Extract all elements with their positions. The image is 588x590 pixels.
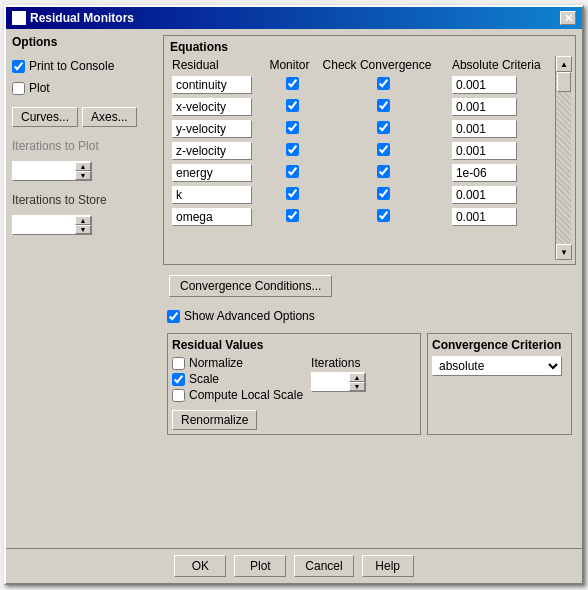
check-convergence-cell xyxy=(319,162,448,184)
residual-input[interactable] xyxy=(172,98,252,116)
iterations-spinbox[interactable]: 5 ▲ ▼ xyxy=(311,372,366,392)
iterations-to-store-label: Iterations to Store xyxy=(12,193,157,207)
options-label: Options xyxy=(12,35,157,49)
iterations-to-store-input[interactable]: 1000 xyxy=(13,217,75,233)
residual-cell xyxy=(168,184,265,206)
criteria-input[interactable] xyxy=(452,142,517,160)
check-convergence-checkbox[interactable] xyxy=(377,99,390,112)
criteria-input[interactable] xyxy=(452,186,517,204)
check-convergence-cell xyxy=(319,140,448,162)
check-convergence-checkbox[interactable] xyxy=(377,187,390,200)
table-row xyxy=(168,206,555,228)
convergence-conditions-button[interactable]: Convergence Conditions... xyxy=(169,275,332,297)
compute-local-scale-checkbox[interactable] xyxy=(172,389,185,402)
iterations-to-plot-spinbox[interactable]: 1000 ▲ ▼ xyxy=(12,161,92,181)
monitor-checkbox[interactable] xyxy=(286,187,299,200)
check-convergence-checkbox[interactable] xyxy=(377,165,390,178)
iterations-input[interactable]: 5 xyxy=(312,374,349,390)
convergence-conditions-area: Convergence Conditions... xyxy=(163,271,576,299)
monitor-cell xyxy=(265,140,318,162)
scroll-thumb[interactable] xyxy=(557,72,571,92)
help-button[interactable]: Help xyxy=(362,555,414,577)
show-advanced-checkbox[interactable] xyxy=(167,310,180,323)
equations-table: Residual Monitor Check Convergence Absol… xyxy=(168,56,555,228)
monitor-cell xyxy=(265,96,318,118)
axes-button[interactable]: Axes... xyxy=(82,107,137,127)
monitor-checkbox[interactable] xyxy=(286,209,299,222)
lower-panels: Residual Values Normalize Scale xyxy=(163,333,576,439)
residual-values-label: Residual Values xyxy=(172,338,416,352)
spin-down-arrow[interactable]: ▼ xyxy=(75,171,91,180)
renormalize-button[interactable]: Renormalize xyxy=(172,410,257,430)
close-button[interactable]: ✕ xyxy=(560,11,576,25)
checkboxes-col: Normalize Scale Compute Local Scale xyxy=(172,356,303,404)
check-convergence-cell xyxy=(319,96,448,118)
residual-input[interactable] xyxy=(172,120,252,138)
dialog-body: Options Print to Console Plot Curves... … xyxy=(6,29,582,548)
store-spin-down-arrow[interactable]: ▼ xyxy=(75,225,91,234)
criteria-input[interactable] xyxy=(452,98,517,116)
criteria-input[interactable] xyxy=(452,208,517,226)
convergence-criterion-select[interactable]: absolute relative xyxy=(432,356,562,376)
check-convergence-checkbox[interactable] xyxy=(377,143,390,156)
scale-checkbox[interactable] xyxy=(172,373,185,386)
spin-up-arrow[interactable]: ▲ xyxy=(75,162,91,171)
residual-input[interactable] xyxy=(172,208,252,226)
monitor-checkbox[interactable] xyxy=(286,99,299,112)
normalize-row: Normalize xyxy=(172,356,303,370)
check-convergence-checkbox[interactable] xyxy=(377,209,390,222)
scroll-track xyxy=(556,72,571,244)
table-row xyxy=(168,140,555,162)
residual-cell xyxy=(168,140,265,162)
normalize-checkbox[interactable] xyxy=(172,357,185,370)
equations-header: Equations xyxy=(164,36,575,56)
check-convergence-checkbox[interactable] xyxy=(377,121,390,134)
cancel-button[interactable]: Cancel xyxy=(294,555,353,577)
iterations-to-plot-input[interactable]: 1000 xyxy=(13,163,75,179)
curves-axes-row: Curves... Axes... xyxy=(12,107,157,127)
show-advanced-label: Show Advanced Options xyxy=(184,309,315,323)
iterations-label: Iterations xyxy=(311,356,366,370)
residual-cell xyxy=(168,74,265,96)
monitor-checkbox[interactable] xyxy=(286,121,299,134)
footer-plot-button[interactable]: Plot xyxy=(234,555,286,577)
residual-input[interactable] xyxy=(172,164,252,182)
curves-button[interactable]: Curves... xyxy=(12,107,78,127)
check-convergence-checkbox[interactable] xyxy=(377,77,390,90)
monitor-cell xyxy=(265,74,318,96)
print-to-console-checkbox[interactable] xyxy=(12,60,25,73)
title-bar-text: Residual Monitors xyxy=(12,11,134,25)
residual-cell xyxy=(168,118,265,140)
scroll-down-btn[interactable]: ▼ xyxy=(556,244,572,260)
convergence-criterion-label: Convergence Criterion xyxy=(432,338,567,352)
dialog-title: Residual Monitors xyxy=(30,11,134,25)
monitor-checkbox[interactable] xyxy=(286,143,299,156)
residual-cell xyxy=(168,206,265,228)
iter-spin-up[interactable]: ▲ xyxy=(349,373,365,382)
scroll-up-btn[interactable]: ▲ xyxy=(556,56,572,72)
monitor-cell xyxy=(265,118,318,140)
equations-box: Equations Residual Monitor Check Converg… xyxy=(163,35,576,265)
criteria-input[interactable] xyxy=(452,164,517,182)
store-spin-up-arrow[interactable]: ▲ xyxy=(75,216,91,225)
criteria-input[interactable] xyxy=(452,76,517,94)
ok-button[interactable]: OK xyxy=(174,555,226,577)
show-advanced-row: Show Advanced Options xyxy=(163,305,576,327)
iterations-col: Iterations 5 ▲ ▼ xyxy=(311,356,366,392)
residual-input[interactable] xyxy=(172,142,252,160)
monitor-checkbox[interactable] xyxy=(286,165,299,178)
residual-input[interactable] xyxy=(172,76,252,94)
iterations-to-store-spinbox[interactable]: 1000 ▲ ▼ xyxy=(12,215,92,235)
check-convergence-cell xyxy=(319,206,448,228)
compute-local-scale-row: Compute Local Scale xyxy=(172,388,303,402)
title-icon xyxy=(12,11,26,25)
monitor-checkbox[interactable] xyxy=(286,77,299,90)
iter-spin-down[interactable]: ▼ xyxy=(349,382,365,391)
col-check-convergence: Check Convergence xyxy=(319,56,448,74)
residual-input[interactable] xyxy=(172,186,252,204)
left-panel: Options Print to Console Plot Curves... … xyxy=(12,35,157,542)
convergence-criterion-box: Convergence Criterion absolute relative xyxy=(427,333,572,435)
plot-checkbox[interactable] xyxy=(12,82,25,95)
scale-label: Scale xyxy=(189,372,219,386)
criteria-input[interactable] xyxy=(452,120,517,138)
